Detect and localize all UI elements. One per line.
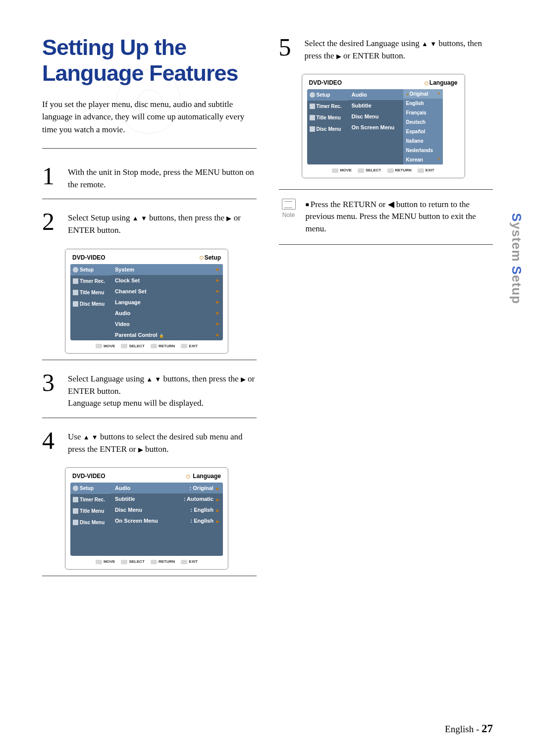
footer-language: English - (445, 724, 482, 734)
title-icon (73, 290, 78, 295)
step-number: 4 (42, 430, 60, 451)
menu-audio: Audio: Original ▶ (111, 483, 223, 493)
arrow-down-icon (430, 39, 436, 48)
osd-body: Setup Timer Rec. Title Menu Disc Menu Au… (307, 89, 460, 164)
step-number: 2 (42, 211, 60, 232)
osd-body: Setup Timer Rec. Title Menu Disc Menu Sy… (70, 264, 223, 340)
gear-icon (73, 486, 78, 491)
lang-francais: Français (403, 108, 443, 117)
step-number: 5 (279, 37, 297, 58)
osd-menu-list: Audio: Original ▶ Subtitle: Automatic ▶ … (111, 483, 223, 556)
nav-disc-menu: Disc Menu (70, 517, 111, 528)
nav-title-menu: Title Menu (307, 112, 348, 123)
step-text: Select Language using buttons, then pres… (68, 372, 257, 410)
side-tab-s1: S (509, 213, 524, 222)
lang-original: ✔Original▲ (403, 89, 443, 99)
step-number: 1 (42, 165, 60, 187)
lang-deutsch: Deutsch (403, 117, 443, 127)
clock-icon (310, 104, 315, 109)
lang-italiano: Italiano (403, 136, 443, 146)
menu-audio: Audio (348, 89, 403, 100)
note-label-side: Note (279, 199, 299, 235)
nav-timer-rec: Timer Rec. (70, 275, 111, 287)
osd-hint-bar: MOVE SELECT RETURN EXIT (70, 556, 223, 564)
arrow-up-icon (132, 213, 139, 222)
osd-menu-list: Audio Subtitle Disc Menu On Screen Menu (348, 89, 403, 164)
menu-language: Language▶ (111, 297, 223, 308)
return-key-icon (387, 168, 394, 173)
return-key-icon (151, 344, 157, 348)
step-text: Use buttons to select the desired sub me… (68, 430, 257, 455)
osd-setup-screenshot: DVD-VIDEO ◯Setup Setup Timer Rec. Title … (65, 249, 228, 354)
nav-setup: Setup (70, 264, 111, 275)
move-key-icon (96, 560, 102, 564)
osd-left-nav: Setup Timer Rec. Title Menu Disc Menu (70, 264, 111, 340)
osd-language-screenshot: DVD-VIDEO ◯ Language Setup Timer Rec. Ti… (65, 467, 228, 569)
menu-subtitle: Subtitle (348, 100, 403, 111)
nav-disc-menu: Disc Menu (70, 298, 111, 310)
note-icon (282, 199, 296, 210)
nav-timer-rec: Timer Rec. (307, 101, 348, 112)
step-text: Select Setup using buttons, then press t… (68, 211, 257, 236)
select-key-icon (121, 560, 127, 564)
title-line-2: Language Features (42, 60, 238, 86)
menu-subtitle: Subtitle: Automatic ▶ (111, 493, 223, 504)
arrow-down-icon (155, 374, 161, 383)
section-side-tab: System Setup (509, 213, 524, 304)
select-key-icon (358, 168, 364, 173)
step-number: 3 (42, 372, 60, 393)
exit-key-icon (181, 344, 187, 348)
disc-icon (310, 126, 315, 132)
osd-header: DVD-VIDEO ◯Language (307, 79, 460, 89)
step-4: 4 Use buttons to select the desired sub … (42, 418, 257, 461)
side-tab-word1: ystem (509, 222, 524, 266)
right-column: 5 Select the desired Language using butt… (279, 35, 493, 576)
title-icon (310, 115, 315, 120)
menu-osm: On Screen Menu (348, 122, 403, 133)
osd-title: DVD-VIDEO (72, 254, 106, 261)
side-tab-word2: etup (509, 275, 524, 304)
note-block: Note Press the RETURN or ◀ button to ret… (279, 189, 493, 245)
step-1: 1 With the unit in Stop mode, press the … (42, 154, 257, 199)
exit-key-icon (181, 560, 187, 564)
menu-audio: Audio▶ (111, 308, 223, 319)
nav-title-menu: Title Menu (70, 505, 111, 517)
arrow-up-icon (83, 432, 90, 441)
osd-hint-bar: MOVE SELECT RETURN EXIT (307, 164, 460, 172)
menu-parental: Parental Control 🔒▶ (111, 329, 223, 340)
arrow-right-icon (226, 213, 231, 222)
osd-padding (111, 526, 223, 541)
menu-disc-menu: Disc Menu (348, 111, 403, 122)
disc-icon (73, 520, 78, 525)
menu-system: System▶ (111, 264, 223, 275)
osd-breadcrumb: ◯Setup (200, 254, 221, 261)
osd-breadcrumb: ◯Language (425, 79, 458, 86)
step-3: 3 Select Language using buttons, then pr… (42, 360, 257, 418)
manual-page: Setting Up the Language Features If you … (0, 0, 535, 756)
nav-title-menu: Title Menu (70, 287, 111, 298)
osd-padding (348, 148, 403, 162)
two-column-layout: Setting Up the Language Features If you … (42, 35, 493, 576)
step-2: 2 Select Setup using buttons, then press… (42, 199, 257, 242)
menu-channel-set: Channel Set▶ (111, 286, 223, 297)
gear-icon (310, 92, 315, 98)
menu-clock-set: Clock Set▶ (111, 275, 223, 286)
disc-icon (73, 301, 78, 307)
lang-english: English (403, 99, 443, 108)
page-number: 27 (482, 722, 493, 735)
move-key-icon (96, 344, 102, 348)
page-footer: English - 27 (445, 722, 493, 735)
arrow-down-icon (141, 213, 147, 222)
osd-language-select-screenshot: DVD-VIDEO ◯Language Setup Timer Rec. Tit… (302, 74, 465, 178)
select-key-icon (121, 344, 127, 348)
osd-body: Setup Timer Rec. Title Menu Disc Menu Au… (70, 483, 223, 556)
menu-video: Video▶ (111, 319, 223, 329)
step-text: With the unit in Stop mode, press the ME… (68, 165, 257, 191)
arrow-right-icon (336, 51, 341, 60)
osd-left-nav: Setup Timer Rec. Title Menu Disc Menu (70, 483, 111, 556)
move-key-icon (332, 168, 338, 173)
osd-menu-list: System▶ Clock Set▶ Channel Set▶ Language… (111, 264, 223, 340)
return-key-icon (151, 560, 157, 564)
osd-left-nav: Setup Timer Rec. Title Menu Disc Menu (307, 89, 348, 164)
nav-setup: Setup (70, 483, 111, 494)
